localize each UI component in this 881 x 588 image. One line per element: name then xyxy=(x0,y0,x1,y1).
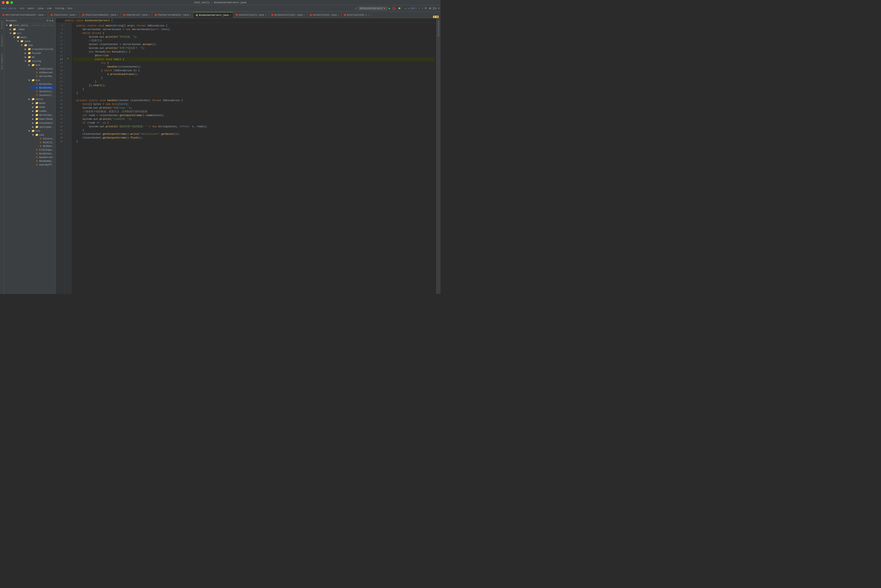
tree-socketclient1[interactable]: C SocketClient1 xyxy=(4,93,56,97)
toolbar-actions: ⎇ BioSocketServer2 ▾ ▶ 🐞 ⏹ ↙ ↗ Git: ✓ ↑ … xyxy=(354,6,440,10)
run-config-selector[interactable]: BioSocketServer2 ▾ xyxy=(358,6,387,10)
settings-icon[interactable]: ⚙ xyxy=(50,19,51,22)
tree-base[interactable]: ▶ 📁 base xyxy=(4,101,56,105)
tree-reconnect[interactable]: ▶ 📁 reconnect xyxy=(4,121,56,125)
tree-aio[interactable]: ▶ 📁 aio xyxy=(4,63,56,67)
tree-bio[interactable]: ▼ 📁 bio xyxy=(4,78,56,82)
tree-aioserver[interactable]: C AIOServer xyxy=(4,71,56,75)
tree-old[interactable]: ▼ 📁 old xyxy=(4,133,56,137)
stop-button[interactable]: ⏹ xyxy=(397,6,402,10)
code-line-16: @Override xyxy=(74,54,434,57)
tab-netty-echo[interactable]: NettyEchoClientHandler.java ✕ xyxy=(0,12,48,18)
tree-aioclient[interactable]: C AIOClient xyxy=(4,67,56,71)
tab-socket-client[interactable]: SocketClient.java ✕ xyxy=(308,12,341,18)
code-line-23: } xyxy=(74,80,434,84)
line-num-33: 33 xyxy=(56,117,65,121)
code-text[interactable]: public static void main(String[] args) t… xyxy=(72,23,436,294)
tree-nioclientold[interactable]: C NioClientOld xyxy=(4,141,56,144)
tree-nioserverold[interactable]: C NIOServerOld xyxy=(4,144,56,148)
run-button[interactable]: ▶ xyxy=(389,6,390,10)
tab-close-icon[interactable]: ✕ xyxy=(303,14,305,16)
line-num-9: 9 xyxy=(56,27,65,31)
tree-tuling[interactable]: ▼ 📁 tuling xyxy=(4,59,56,63)
tab-bio-socket-server2[interactable]: BioSocketServer2.java ✕ xyxy=(194,12,233,18)
tree-main[interactable]: ▼ 📁 main xyxy=(4,35,56,39)
tab-close-icon[interactable]: ✕ xyxy=(76,14,77,16)
line-num-31: 31 xyxy=(56,110,65,114)
tab-chat-client[interactable]: ChatClient.java ✕ xyxy=(48,12,80,18)
sidebar-item-chat[interactable]: ▶ 📁 chat xyxy=(4,105,56,109)
debug-button[interactable]: 🐞 xyxy=(392,6,396,10)
breadcrumb-java[interactable]: java xyxy=(38,7,44,10)
line-num-27: 27 xyxy=(56,95,65,99)
more-button[interactable]: ≡ xyxy=(438,7,440,10)
breadcrumb-com[interactable]: com xyxy=(47,7,52,10)
maximize-button[interactable] xyxy=(10,1,13,4)
tab-close-icon[interactable]: ✕ xyxy=(368,14,369,16)
tree-randomaccessfile[interactable]: C RandomAccessFile xyxy=(4,159,56,163)
tree-java[interactable]: ▼ 📁 java xyxy=(4,39,56,43)
code-editor-area: public class BioSocketServer2 { 8 9 10 1… xyxy=(56,18,436,294)
tab-chat-server-handler[interactable]: ChatServerHandler.java ✕ xyxy=(152,12,194,18)
tree-nioselectorserver[interactable]: C NioSelectorServer xyxy=(4,152,56,156)
translate-button[interactable]: 文A xyxy=(432,6,437,10)
notifications-panel-tab[interactable]: Notifications xyxy=(437,19,440,38)
tab-chat-client-handler[interactable]: ChatClientHandler.java ✕ xyxy=(80,12,121,18)
tree-fileinputstreamte[interactable]: C FileInputStreamTe xyxy=(4,148,56,152)
close-button[interactable] xyxy=(2,1,5,4)
tab-chat-server[interactable]: ChatServer.java ✕ xyxy=(121,12,152,18)
tree-internalinputbuf[interactable]: C InternalInputBuf xyxy=(4,137,56,141)
sidebar-item-heartbeat[interactable]: ▶ 📁 heartbeat xyxy=(4,117,56,121)
tab-close-icon[interactable]: ✕ xyxy=(117,14,118,16)
pull-requests-panel-tab[interactable]: Pull Requests xyxy=(0,52,4,70)
gutter-26 xyxy=(65,90,71,94)
tab-close-icon[interactable]: ✕ xyxy=(265,14,266,16)
breadcrumb-tuling[interactable]: tuling xyxy=(55,7,65,10)
git-update-button[interactable]: ↙ xyxy=(405,7,407,10)
sync-icon[interactable]: ⟳ xyxy=(47,19,49,22)
git-push-button[interactable]: ↗ xyxy=(408,7,410,10)
tree-src[interactable]: ▼ 📁 src xyxy=(4,31,56,35)
tree-nioserver[interactable]: C NioServer xyxy=(4,156,56,159)
tree-netty[interactable]: ▶ 📁 netty xyxy=(4,97,56,101)
settings-button[interactable]: ⚙ xyxy=(429,6,431,10)
tab-bio-socket-client[interactable]: BioSocketClient.java ✕ xyxy=(269,12,307,18)
line-num-19: 19 xyxy=(56,65,65,69)
breadcrumb-src[interactable]: src xyxy=(20,7,24,10)
tree-biosocketserver[interactable]: C BioSocketServer xyxy=(4,82,56,86)
tree-splitpacket[interactable]: ▶ 📁 splitpacket xyxy=(4,125,56,129)
tab-close-icon[interactable]: ✕ xyxy=(148,14,150,16)
line-num-28: 28 xyxy=(56,99,65,102)
collapse-icon[interactable]: ⊟ xyxy=(52,19,54,22)
tree-nio[interactable]: ▼ 📁 nio xyxy=(4,129,56,133)
tree-directbuffer[interactable]: ▶ 📁 directbuffer xyxy=(4,113,56,117)
code-editor[interactable]: 8 9 10 11 12 13 14 15 16 17 18 19 20 21 … xyxy=(56,23,436,294)
socketclient1-label: SocketClient1 xyxy=(39,94,54,97)
tree-my[interactable]: ▶ 📁 my xyxy=(4,55,56,59)
tree-com[interactable]: ▼ 📁 com xyxy=(4,43,56,47)
tree-root[interactable]: ▼ 📁 test_netty ~/github/test_netty xyxy=(4,23,56,27)
tree-idea[interactable]: ▶ 📁 .idea xyxy=(4,27,56,31)
tree-userbuffer[interactable]: C UserBuffer xyxy=(4,163,56,167)
tab-close-icon[interactable]: ✕ xyxy=(338,14,339,16)
tab-close-icon[interactable]: ✕ xyxy=(44,14,45,16)
code-line-10: while (true) { xyxy=(74,31,434,35)
line-num-18: 18 xyxy=(56,61,65,65)
gutter-27 xyxy=(65,94,71,98)
breadcrumb-main[interactable]: main xyxy=(28,7,34,10)
tree-codec[interactable]: ▶ 📁 codec xyxy=(4,109,56,113)
tab-socket-client1[interactable]: SocketClient1.java ✕ xyxy=(233,12,269,18)
project-panel-tab[interactable]: Project xyxy=(0,19,4,30)
tree-socketclient[interactable]: C SocketClient xyxy=(4,90,56,93)
tree-crazykercircle[interactable]: ▶ 📁 crazykercircle xyxy=(4,47,56,51)
tab-close-icon[interactable]: ✕ xyxy=(190,14,191,16)
tree-servermultithread[interactable]: C ServerMultiThread xyxy=(4,75,56,78)
tab-nio-client-old[interactable]: NioClientOld.j ✕ xyxy=(341,12,371,18)
tab-close-icon[interactable]: ✕ xyxy=(230,14,231,16)
minimize-button[interactable] xyxy=(6,1,9,4)
structure-panel-tab[interactable]: Structure xyxy=(0,34,4,48)
tree-fujian[interactable]: ▶ 📁 fujian xyxy=(4,51,56,55)
tree-biosocketserver2[interactable]: C BioSocketServer2 xyxy=(4,86,56,90)
breadcrumb-project[interactable]: test_netty xyxy=(1,7,17,10)
breadcrumb-bio[interactable]: bio xyxy=(68,7,72,10)
